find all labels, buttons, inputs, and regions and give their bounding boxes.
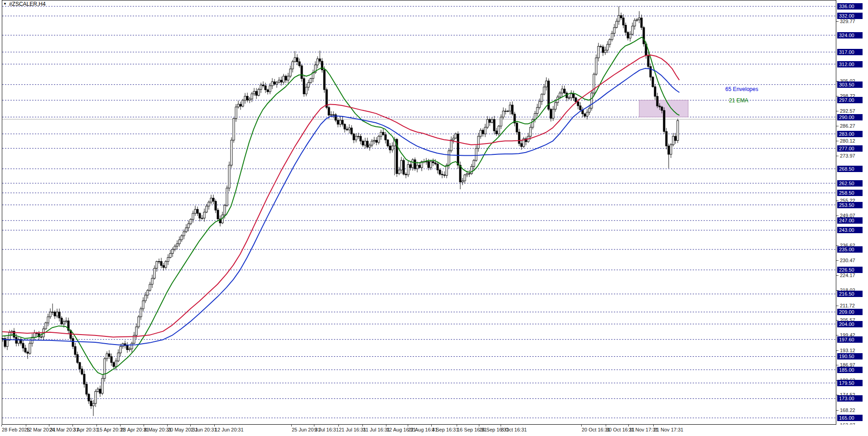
candle-body bbox=[604, 50, 606, 53]
candle-body bbox=[552, 109, 554, 118]
time-tick-mark bbox=[96, 425, 97, 426]
price-tick-mark bbox=[836, 275, 839, 276]
candle-body bbox=[672, 136, 674, 145]
candle-body bbox=[142, 301, 144, 309]
candle-body bbox=[670, 145, 672, 154]
candle-body bbox=[385, 135, 386, 140]
candle-body bbox=[620, 15, 622, 18]
candle-body bbox=[493, 120, 495, 131]
time-tick-label: 31 Jul 16:31 bbox=[363, 427, 390, 432]
price-level-tag: 216.50 bbox=[837, 291, 863, 297]
candle-body bbox=[536, 107, 538, 113]
candle-body bbox=[58, 312, 60, 318]
candle-body bbox=[149, 284, 151, 290]
candle-body bbox=[484, 127, 486, 134]
envelopes-annotation: 65 Envelopes bbox=[725, 86, 758, 92]
candle-body bbox=[430, 162, 432, 168]
time-tick-mark bbox=[408, 425, 408, 426]
candle-body bbox=[226, 188, 228, 205]
candle-body bbox=[468, 173, 470, 174]
candle-body bbox=[276, 82, 278, 84]
candle-body bbox=[652, 77, 654, 86]
candle-body bbox=[419, 165, 420, 168]
candle-body bbox=[561, 89, 563, 93]
candle-body bbox=[534, 114, 536, 120]
price-level-tag: 243.00 bbox=[837, 227, 863, 233]
candle-body bbox=[500, 117, 502, 126]
candle-body bbox=[391, 146, 393, 150]
candle-body bbox=[167, 258, 169, 262]
candle-body bbox=[622, 18, 624, 25]
candle-body bbox=[441, 174, 443, 175]
candle-body bbox=[480, 130, 482, 136]
candle-body bbox=[308, 82, 309, 87]
time-tick-mark bbox=[501, 425, 501, 426]
candle-body bbox=[274, 82, 275, 84]
candle-body bbox=[598, 46, 599, 58]
time-tick-mark bbox=[120, 425, 121, 426]
candle-body bbox=[346, 129, 348, 130]
candle-body bbox=[330, 115, 332, 115]
candle-body bbox=[34, 333, 35, 337]
candle-body bbox=[61, 318, 63, 324]
time-tick-mark bbox=[653, 425, 654, 426]
price-tick-mark bbox=[836, 141, 839, 141]
price-tick-label: 224.17 bbox=[840, 273, 855, 278]
candle-body bbox=[301, 66, 303, 78]
candle-body bbox=[539, 101, 540, 107]
candle-body bbox=[455, 134, 457, 138]
candle-body bbox=[113, 363, 115, 367]
price-axis[interactable]: 329.77305.02298.72292.57286.27280.12273.… bbox=[836, 0, 868, 436]
candle-body bbox=[360, 136, 362, 141]
time-tick-mark bbox=[386, 425, 386, 426]
candle-body bbox=[650, 67, 651, 77]
candle-body bbox=[299, 62, 300, 66]
candle-body bbox=[2, 339, 4, 339]
price-level-tag: 190.50 bbox=[837, 353, 863, 359]
candle-body bbox=[543, 87, 545, 94]
candle-body bbox=[267, 90, 269, 91]
candle-body bbox=[210, 198, 212, 202]
time-axis[interactable]: 28 Feb 202512 Mar 20:3124 Mar 20:313 Apr… bbox=[0, 425, 868, 436]
candle-body bbox=[63, 321, 65, 324]
candle-body bbox=[498, 126, 500, 134]
candle-body bbox=[477, 136, 479, 149]
price-level-tag: 173.00 bbox=[837, 395, 863, 402]
candle-body bbox=[364, 141, 366, 145]
candle-body bbox=[507, 111, 509, 111]
time-tick-label: 8 Oct 16:31 bbox=[501, 427, 527, 432]
candle-body bbox=[292, 62, 294, 69]
candle-body bbox=[568, 98, 570, 98]
price-level-tag: 253.50 bbox=[837, 202, 863, 208]
candle-body bbox=[362, 141, 364, 145]
time-tick-mark bbox=[338, 425, 339, 426]
price-level-tag: 209.00 bbox=[837, 309, 863, 315]
candle-body bbox=[663, 110, 665, 132]
collapse-triangle-icon[interactable]: ▼ bbox=[3, 1, 7, 7]
candle-body bbox=[407, 165, 409, 175]
chart-frame bbox=[2, 0, 836, 425]
candle-body bbox=[675, 136, 676, 140]
time-tick-mark bbox=[479, 425, 479, 426]
candle-body bbox=[129, 349, 130, 350]
candle-body bbox=[117, 353, 119, 361]
candle-body bbox=[355, 136, 357, 140]
chart-canvas[interactable] bbox=[0, 0, 836, 425]
candle-body bbox=[570, 94, 572, 98]
candle-body bbox=[339, 120, 341, 125]
candle-body bbox=[588, 108, 590, 112]
price-tick-label: 193.12 bbox=[840, 348, 855, 354]
price-tick-label: 273.97 bbox=[840, 153, 855, 159]
price-tick-mark bbox=[836, 201, 839, 201]
price-level-tag: 185.00 bbox=[837, 367, 863, 373]
candle-body bbox=[559, 93, 561, 97]
candle-body bbox=[111, 356, 112, 362]
candle-body bbox=[530, 127, 531, 136]
candle-body bbox=[120, 346, 121, 353]
candle-body bbox=[194, 209, 196, 213]
candle-body bbox=[115, 361, 117, 366]
price-level-tag: 204.00 bbox=[837, 321, 863, 327]
candle-body bbox=[74, 346, 76, 355]
candle-body bbox=[262, 85, 264, 86]
candle-body bbox=[45, 323, 47, 329]
